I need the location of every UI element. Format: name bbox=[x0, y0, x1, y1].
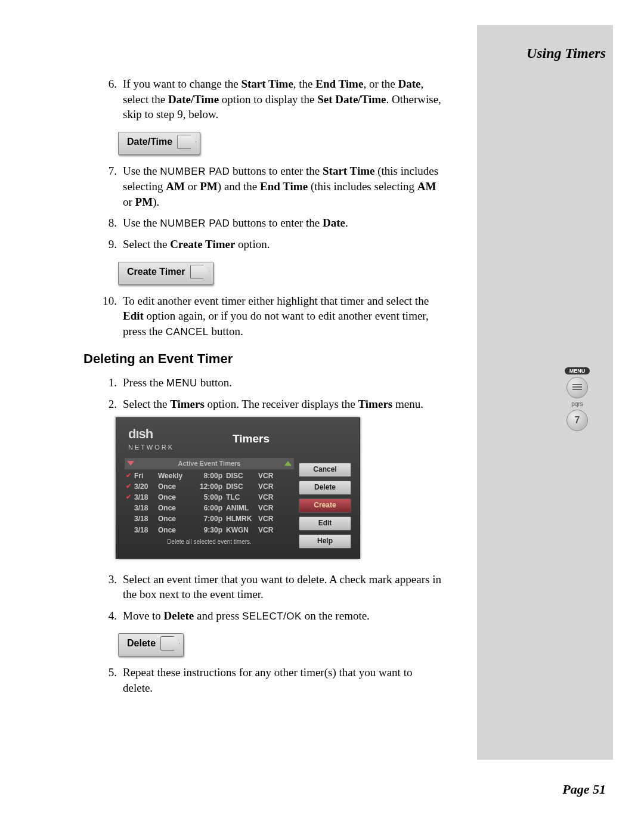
delete-button[interactable]: Delete bbox=[118, 633, 184, 657]
step-number: 9. bbox=[83, 237, 123, 252]
manual-page: Using Timers 6.If you want to change the… bbox=[0, 0, 644, 833]
seven-label: 7 bbox=[575, 415, 580, 426]
step-number: 10. bbox=[83, 293, 123, 339]
tv-edit-button[interactable]: Edit bbox=[299, 516, 351, 531]
check-icon bbox=[126, 514, 134, 524]
steps-list-b: 7.Use the NUMBER PAD buttons to enter th… bbox=[83, 163, 441, 252]
timer-day: Fri bbox=[134, 471, 158, 481]
step-number: 4. bbox=[83, 608, 123, 624]
timer-time: 7:00p bbox=[190, 514, 226, 524]
timer-rec: VCR bbox=[258, 514, 282, 524]
date-time-button[interactable]: Date/Time bbox=[118, 132, 200, 155]
timer-rec: VCR bbox=[258, 493, 282, 502]
timer-time: 8:00p bbox=[190, 471, 226, 481]
step-number: 3. bbox=[83, 572, 123, 602]
timer-frequency: Weekly bbox=[158, 471, 190, 481]
step-text: Use the NUMBER PAD buttons to enter the … bbox=[123, 215, 441, 231]
timer-row[interactable]: ✔FriWeekly8:00pDISCVCR bbox=[125, 470, 294, 481]
step-item: 2.Select the Timers option. The receiver… bbox=[83, 397, 441, 412]
timer-channel: KWGN bbox=[226, 525, 258, 535]
section-heading: Deleting an Event Timer bbox=[83, 350, 441, 368]
step-number: 2. bbox=[83, 397, 123, 412]
timer-rec: VCR bbox=[258, 525, 282, 535]
timer-channel: TLC bbox=[226, 493, 258, 502]
tv-create-button[interactable]: Create bbox=[299, 498, 351, 513]
create-timer-button[interactable]: Create Timer bbox=[118, 262, 213, 285]
tv-cancel-button[interactable]: Cancel bbox=[299, 463, 351, 477]
running-header: Using Timers bbox=[527, 45, 606, 61]
step-text: Press the MENU button. bbox=[123, 375, 441, 391]
timer-channel: DISC bbox=[226, 482, 258, 491]
menu-bars-icon bbox=[572, 384, 582, 391]
timers-right-buttons: CancelDeleteCreateEditHelp bbox=[294, 458, 351, 552]
check-icon bbox=[126, 503, 134, 513]
timer-day: 3/18 bbox=[134, 503, 158, 513]
timer-row[interactable]: ✔3/20Once12:00pDISCVCR bbox=[125, 481, 294, 492]
step-text: Select an event timer that you want to d… bbox=[123, 572, 441, 602]
check-icon: ✔ bbox=[126, 482, 134, 491]
timer-channel: HLMRK bbox=[226, 514, 258, 524]
step-text: If you want to change the Start Time, th… bbox=[123, 76, 441, 122]
sort-up-icon[interactable] bbox=[284, 461, 292, 466]
tv-help-button[interactable]: Help bbox=[299, 534, 351, 549]
step-item: 9.Select the Create Timer option. bbox=[83, 237, 441, 252]
remote-icons: MENU pqrs 7 bbox=[561, 367, 594, 433]
timers-table: ✔FriWeekly8:00pDISCVCR✔3/20Once12:00pDIS… bbox=[125, 469, 294, 538]
step-text: Select the Create Timer option. bbox=[123, 237, 441, 252]
step-item: 7.Use the NUMBER PAD buttons to enter th… bbox=[83, 163, 441, 209]
menu-remote-button[interactable] bbox=[566, 377, 588, 398]
check-icon: ✔ bbox=[126, 471, 134, 481]
pqrs-label: pqrs bbox=[561, 401, 594, 407]
tv-delete-button[interactable]: Delete bbox=[299, 481, 351, 495]
step-number: 6. bbox=[83, 76, 123, 122]
step-item: 10.To edit another event timer either hi… bbox=[83, 293, 441, 339]
timer-frequency: Once bbox=[158, 503, 190, 513]
timer-frequency: Once bbox=[158, 482, 190, 491]
timer-rec: VCR bbox=[258, 471, 282, 481]
check-icon bbox=[126, 525, 134, 535]
timer-day: 3/18 bbox=[134, 493, 158, 502]
timer-channel: ANIML bbox=[226, 503, 258, 513]
timer-day: 3/18 bbox=[134, 525, 158, 535]
timer-frequency: Once bbox=[158, 514, 190, 524]
step-text: Use the NUMBER PAD buttons to enter the … bbox=[123, 163, 441, 209]
step-number: 1. bbox=[83, 375, 123, 391]
timer-time: 6:00p bbox=[190, 503, 226, 513]
step-text: Select the Timers option. The receiver d… bbox=[123, 397, 441, 412]
seven-remote-button[interactable]: 7 bbox=[566, 410, 588, 431]
timers-title: Timers bbox=[182, 431, 320, 447]
timer-frequency: Once bbox=[158, 525, 190, 535]
steps-list-d: 1.Press the MENU button.2.Select the Tim… bbox=[83, 375, 441, 412]
menu-pill-icon: MENU bbox=[565, 367, 590, 374]
timer-time: 12:00p bbox=[190, 482, 226, 491]
step-item: 4.Move to Delete and press SELECT/OK on … bbox=[83, 608, 441, 624]
timer-channel: DISC bbox=[226, 471, 258, 481]
timer-frequency: Once bbox=[158, 493, 190, 502]
steps-list-e: 3.Select an event timer that you want to… bbox=[83, 572, 441, 624]
step-text: Move to Delete and press SELECT/OK on th… bbox=[123, 608, 441, 624]
timers-columns-header: Active Event Timers bbox=[125, 458, 294, 469]
steps-list-f: 5.Repeat these instructions for any othe… bbox=[83, 665, 441, 695]
page-content: 6.If you want to change the Start Time, … bbox=[83, 76, 441, 701]
step-item: 1.Press the MENU button. bbox=[83, 375, 441, 391]
timer-rec: VCR bbox=[258, 482, 282, 491]
step-item: 3.Select an event timer that you want to… bbox=[83, 572, 441, 602]
timers-left-panel: Active Event Timers ✔FriWeekly8:00pDISCV… bbox=[125, 458, 294, 552]
step-number: 8. bbox=[83, 215, 123, 231]
timer-time: 9:30p bbox=[190, 525, 226, 535]
timer-row[interactable]: 3/18Once9:30pKWGNVCR bbox=[125, 525, 294, 535]
steps-list-a: 6.If you want to change the Start Time, … bbox=[83, 76, 441, 122]
timer-day: 3/18 bbox=[134, 514, 158, 524]
steps-list-c: 10.To edit another event timer either hi… bbox=[83, 293, 441, 339]
step-number: 7. bbox=[83, 163, 123, 209]
timer-row[interactable]: 3/18Once6:00pANIMLVCR bbox=[125, 503, 294, 513]
timer-row[interactable]: ✔3/18Once5:00pTLCVCR bbox=[125, 492, 294, 503]
active-event-timers-label: Active Event Timers bbox=[134, 459, 284, 468]
dish-logo-sub: N E T W O R K bbox=[128, 443, 182, 452]
step-text: Repeat these instructions for any other … bbox=[123, 665, 441, 695]
timer-day: 3/20 bbox=[134, 482, 158, 491]
timer-rec: VCR bbox=[258, 503, 282, 513]
step-number: 5. bbox=[83, 665, 123, 695]
sort-down-icon[interactable] bbox=[127, 461, 134, 466]
timer-row[interactable]: 3/18Once7:00pHLMRKVCR bbox=[125, 513, 294, 524]
